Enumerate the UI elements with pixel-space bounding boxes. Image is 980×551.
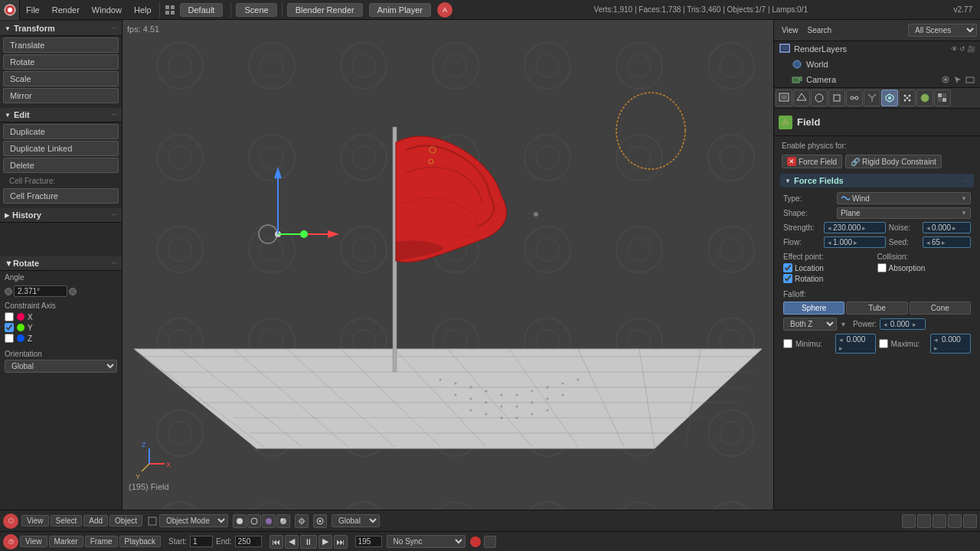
bothz-select[interactable]: Both Z Positive Z Negative Z — [783, 318, 837, 331]
transform-header[interactable]: ▼ Transform ··· — [0, 21, 122, 36]
audio-btn1[interactable] — [484, 536, 496, 548]
record-btn[interactable] — [470, 536, 481, 547]
texture-shading-btn[interactable] — [262, 514, 276, 528]
falloff-tube-btn[interactable]: Tube — [846, 302, 907, 315]
delete-btn[interactable]: Delete — [3, 158, 119, 173]
menu-render[interactable]: Render — [46, 0, 86, 20]
proportional-btn[interactable] — [313, 514, 327, 528]
modifier-prop-icon[interactable] — [864, 90, 880, 106]
jump-to-start-btn[interactable]: ⏮ — [270, 535, 283, 549]
particle-prop-icon[interactable] — [899, 90, 916, 106]
falloff-cone-btn[interactable]: Cone — [910, 302, 971, 315]
object-prop-icon[interactable] — [828, 90, 845, 106]
rotate-header[interactable]: ▼ Rotate ··· — [0, 256, 122, 271]
noise-field[interactable]: ◂ 0.000 ▸ — [923, 222, 971, 233]
select-menu-btn[interactable]: Select — [51, 515, 83, 527]
bothz-arrow: ▼ — [840, 321, 847, 328]
strength-value: 230.000 — [833, 223, 861, 232]
history-header[interactable]: ▶ History ··· — [0, 208, 122, 223]
svg-point-30 — [485, 390, 488, 393]
edit-header[interactable]: ▼ Edit ··· — [0, 108, 122, 122]
render-prop-icon[interactable] — [776, 90, 792, 106]
add-menu-btn[interactable]: Add — [83, 515, 108, 527]
power-field[interactable]: ◂ 0.000 ▸ — [880, 318, 926, 330]
jump-to-end-btn[interactable]: ⏭ — [334, 535, 348, 549]
translate-btn[interactable]: Translate — [3, 37, 119, 53]
timeline-marker-btn[interactable]: Marker — [49, 536, 83, 547]
force-field-physics-btn[interactable]: ✕ Force Field — [782, 155, 842, 168]
start-input[interactable] — [190, 536, 213, 547]
outliner-view-btn[interactable]: View — [777, 24, 803, 36]
rotation-label: Rotation — [795, 275, 823, 283]
type-dropdown[interactable]: Wind ▼ — [837, 192, 971, 204]
timeline-view-btn[interactable]: View — [20, 536, 47, 547]
minimum-field[interactable]: ◂ 0.000 ▸ — [835, 334, 876, 354]
cell-fracture-btn[interactable]: Cell Fracture — [3, 188, 119, 204]
rendered-shading-btn[interactable] — [276, 514, 290, 528]
location-checkbox[interactable] — [783, 263, 792, 272]
perspective-btn[interactable] — [948, 514, 962, 528]
axis-x-checkbox[interactable] — [5, 312, 14, 321]
separator1 — [159, 2, 160, 18]
scene-dropdown[interactable]: Scene — [236, 3, 276, 17]
mode-select[interactable]: Object Mode Edit Mode Sculpt Mode — [159, 514, 228, 527]
scale-btn[interactable]: Scale — [3, 71, 119, 86]
axis-z-checkbox[interactable] — [5, 334, 14, 343]
axis-y-checkbox[interactable] — [5, 323, 14, 332]
camera-view-btn[interactable] — [933, 514, 946, 528]
timeline-playback-btn[interactable]: Playback — [119, 536, 162, 547]
mirror-btn[interactable]: Mirror — [3, 88, 119, 103]
object-menu-btn[interactable]: Object — [109, 515, 142, 527]
end-input[interactable] — [235, 536, 262, 547]
texture-prop-icon[interactable] — [934, 90, 951, 106]
duplicate-linked-btn[interactable]: Duplicate Linked — [3, 141, 119, 156]
seed-field[interactable]: ◂ 65 ▸ — [923, 236, 971, 248]
view-menu-btn[interactable]: View — [21, 515, 49, 527]
snap-btn[interactable] — [295, 514, 309, 528]
menu-file[interactable]: File — [20, 0, 46, 20]
rotation-checkbox[interactable] — [783, 274, 792, 283]
maximum-checkbox[interactable] — [879, 339, 888, 348]
fullscreen-btn[interactable] — [963, 514, 977, 528]
constraint-prop-icon[interactable] — [846, 90, 863, 106]
axis-btn[interactable] — [917, 514, 931, 528]
timeline-frame-btn[interactable]: Frame — [85, 536, 118, 547]
menu-window[interactable]: Window — [86, 0, 128, 20]
material-prop-icon[interactable] — [916, 90, 933, 106]
layout-dropdown[interactable]: Default — [180, 3, 224, 17]
outliner-item-camera[interactable]: Camera — [786, 72, 980, 87]
sync-select[interactable]: No Sync Frame Dropping AV-sync — [387, 535, 466, 548]
menu-help[interactable]: Help — [128, 0, 158, 20]
grid-btn[interactable] — [902, 514, 916, 528]
scene-prop-icon[interactable] — [793, 90, 810, 106]
rotate-btn[interactable]: Rotate — [3, 54, 119, 70]
outliner-search-btn[interactable]: Search — [803, 24, 837, 36]
rigid-body-physics-btn[interactable]: 🔗 Rigid Body Constraint — [845, 155, 942, 168]
duplicate-btn[interactable]: Duplicate — [3, 124, 119, 139]
falloff-sphere-btn[interactable]: Sphere — [783, 302, 844, 315]
maximum-field[interactable]: ◂ 0.000 ▸ — [930, 334, 971, 354]
strength-field[interactable]: ◂ 230.000 ▸ — [824, 222, 886, 233]
pause-btn[interactable]: ⏸ — [300, 535, 317, 549]
viewport[interactable]: X Z Y fps: 4.51 (195) Field — [122, 20, 773, 510]
step-back-btn[interactable]: ◀ — [285, 535, 299, 549]
step-forward-btn[interactable]: ▶ — [318, 535, 332, 549]
absorption-checkbox[interactable] — [877, 263, 887, 272]
physics-prop-icon[interactable] — [881, 90, 898, 106]
world-prop-icon[interactable] — [811, 90, 828, 106]
anim-player-btn[interactable]: Anim Player — [369, 3, 431, 17]
outliner-item-renderlayers[interactable]: RenderLayers 👁 ↺ 🎥 — [774, 41, 980, 57]
shape-dropdown[interactable]: Plane ▼ — [837, 207, 971, 219]
current-frame-input[interactable] — [355, 536, 382, 547]
outliner-item-world[interactable]: World — [786, 57, 980, 72]
minimum-checkbox[interactable] — [783, 339, 792, 348]
engine-dropdown[interactable]: Blender Render — [287, 3, 363, 17]
global-select[interactable]: Global Local Normal — [332, 514, 380, 527]
wire-shading-btn[interactable] — [247, 514, 261, 528]
angle-input[interactable] — [14, 285, 67, 297]
solid-shading-btn[interactable] — [233, 514, 247, 528]
orientation-select[interactable]: Global Local Normal — [5, 360, 117, 373]
force-fields-header[interactable]: ▼ Force Fields ··· — [780, 174, 974, 187]
scenes-dropdown[interactable]: All Scenes — [908, 24, 977, 37]
flow-field[interactable]: ◂ 1.000 ▸ — [824, 236, 886, 248]
